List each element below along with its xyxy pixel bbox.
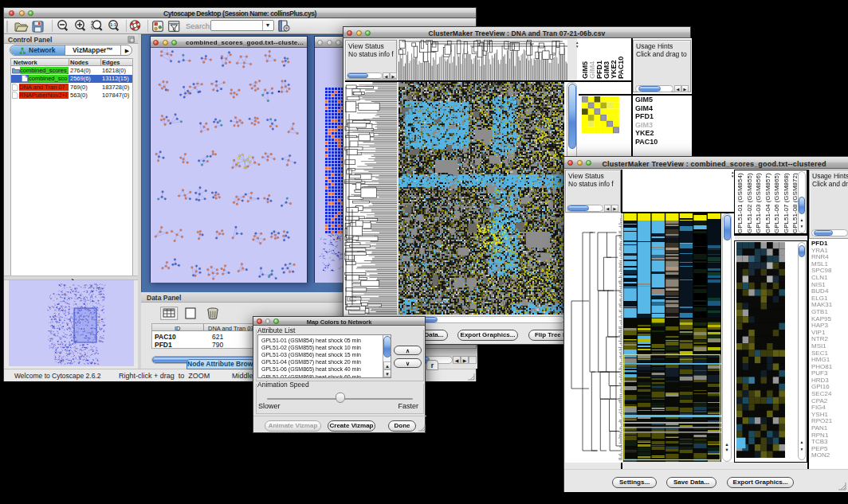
svg-text:1:1: 1:1 [110, 22, 116, 27]
